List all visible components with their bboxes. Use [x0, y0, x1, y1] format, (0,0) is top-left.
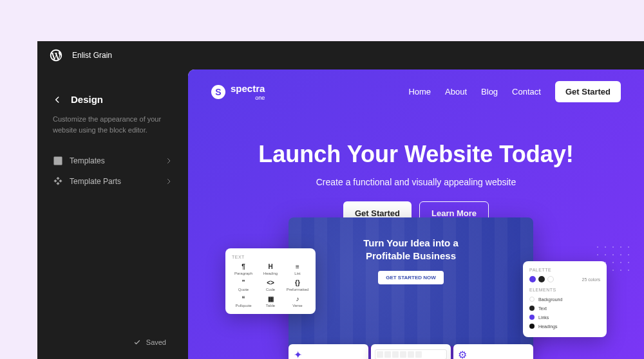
chevron-right-icon: [165, 178, 173, 185]
element-label: Links: [538, 315, 549, 320]
nav-link-contact[interactable]: Contact: [512, 87, 541, 97]
block-code: <>Code: [259, 279, 282, 291]
color-swatch: [529, 324, 535, 329]
block-icon: {}: [293, 279, 302, 286]
brand-name: spectra: [231, 83, 265, 94]
feature-card: ⚙WordPress Plugin: [453, 344, 533, 359]
block-icon: ”: [239, 279, 248, 286]
block-icon: H: [266, 263, 275, 270]
palette-heading: PALETTE: [529, 268, 600, 272]
block-label: Pullquote: [235, 304, 251, 308]
wordpress-logo-icon: [49, 48, 63, 62]
save-status-text: Saved: [146, 338, 166, 346]
block-icon: ≡: [293, 263, 302, 270]
block-paragraph: ¶Paragraph: [232, 263, 255, 275]
site-nav: S spectra one Home About Blog Contact Ge…: [188, 69, 644, 114]
block-label: Code: [266, 288, 275, 291]
admin-bar: Enlist Grain: [37, 41, 644, 69]
chevron-right-icon: [165, 157, 173, 165]
nav-link-blog[interactable]: Blog: [481, 87, 498, 97]
hero-mockup: Turn Your Idea into a Profitable Busines…: [229, 217, 603, 359]
back-icon[interactable]: [53, 95, 62, 104]
element-links: Links: [529, 313, 600, 322]
feature-card: ✦Artificial Intelligence: [289, 344, 368, 359]
block-label: Paragraph: [234, 272, 252, 275]
block-table: ▦Table: [259, 295, 282, 308]
site-canvas[interactable]: S spectra one Home About Blog Contact Ge…: [188, 69, 644, 359]
block-icon: “: [239, 295, 248, 302]
feature-icon: ✦: [292, 349, 303, 359]
nav-link-home[interactable]: Home: [408, 87, 431, 97]
element-headings: Headings: [529, 322, 600, 331]
elements-heading: ELEMENTS: [529, 288, 600, 292]
mockup-cta-button: GET STARTED NOW: [378, 271, 444, 284]
site-name[interactable]: Enlist Grain: [72, 51, 112, 60]
hero-subtitle: Create a functional and visually appeali…: [201, 177, 631, 187]
brand-subtitle: one: [231, 95, 265, 101]
check-icon: [133, 338, 141, 346]
text-blocks-panel: TEXT ¶ParagraphHHeading≡List”Quote<>Code…: [225, 248, 316, 314]
panel-description: Customize the appearance of your website…: [53, 114, 169, 135]
block-toolbar: [375, 349, 447, 359]
palette-panel: PALETTE 25 colors ELEMENTS BackgroundTex…: [523, 261, 607, 337]
block-label: Preformatted: [287, 288, 309, 291]
element-label: Background: [538, 297, 562, 302]
block-icon: ¶: [239, 263, 248, 270]
save-status: Saved: [53, 329, 173, 346]
block-icon: ▦: [266, 295, 275, 302]
mockup-title-line2: Profitable Business: [289, 250, 533, 262]
hero-title: Launch Your Website Today!: [201, 141, 631, 168]
sidebar-item-label: Template Parts: [70, 177, 121, 186]
nav-link-about[interactable]: About: [445, 87, 467, 97]
mockup-title-line1: Turn Your Idea into a: [289, 237, 533, 250]
color-swatch: [529, 297, 535, 302]
brand-logo-icon: S: [211, 85, 225, 99]
block-verse: ♪Verse: [286, 295, 309, 308]
text-panel-heading: TEXT: [232, 255, 309, 259]
block-label: List: [294, 272, 300, 275]
nav-cta-button[interactable]: Get Started: [555, 81, 621, 102]
palette-dot: [529, 276, 536, 282]
palette-dot: [547, 276, 554, 282]
templates-icon: [53, 156, 63, 166]
sidebar-item-label: Templates: [70, 156, 105, 165]
block-heading: HHeading: [259, 263, 282, 275]
palette-dot: [538, 276, 545, 282]
panel-title: Design: [71, 94, 103, 105]
block-preformatted: {}Preformatted: [286, 279, 309, 291]
template-parts-icon: [53, 176, 63, 187]
color-swatch: [529, 306, 535, 311]
sidebar-item-template-parts[interactable]: Template Parts: [53, 171, 173, 192]
svg-rect-0: [54, 157, 62, 165]
block-icon: ♪: [293, 295, 302, 302]
sidebar-item-templates[interactable]: Templates: [53, 151, 173, 171]
color-swatch: [529, 315, 535, 320]
block-icon: <>: [266, 279, 275, 286]
element-label: Headings: [538, 324, 558, 329]
block-pullquote: “Pullquote: [232, 295, 255, 308]
palette-count: 25 colors: [582, 277, 600, 282]
block-label: Table: [266, 304, 275, 308]
block-label: Heading: [263, 272, 278, 275]
site-preview: S spectra one Home About Blog Contact Ge…: [188, 69, 644, 359]
block-quote: ”Quote: [232, 279, 255, 291]
brand[interactable]: S spectra one: [211, 83, 265, 101]
element-label: Text: [538, 306, 547, 311]
block-label: Quote: [238, 288, 249, 291]
design-sidebar: Design Customize the appearance of your …: [37, 69, 188, 359]
mockup-center-panel: Turn Your Idea into a Profitable Busines…: [289, 217, 533, 346]
block-list: ≡List: [286, 263, 309, 275]
feature-icon: ⚙: [457, 349, 468, 359]
element-background: Background: [529, 295, 600, 304]
block-label: Verse: [292, 304, 302, 308]
app-frame: Enlist Grain Design Customize the appear…: [37, 41, 644, 359]
element-text: Text: [529, 304, 600, 313]
feature-card: ▤Unlimited Content: [371, 344, 451, 359]
